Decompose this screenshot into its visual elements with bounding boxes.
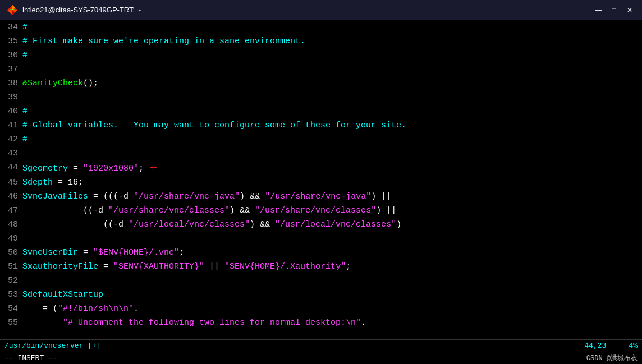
line-number-55: 55 bbox=[0, 316, 22, 330]
code-line-38: 38 &SanityCheck(); bbox=[0, 76, 642, 90]
code-line-43: 43 bbox=[0, 146, 642, 160]
status-right-group: 44,23 4% bbox=[584, 342, 638, 350]
minimize-button[interactable]: — bbox=[593, 4, 604, 16]
code-line-37: 37 bbox=[0, 62, 642, 76]
code-line-35: 35 # First make sure we're operating in … bbox=[0, 34, 642, 48]
maximize-button[interactable]: □ bbox=[608, 4, 620, 16]
line-content-50: $vncUserDir = "$ENV{HOME}/.vnc"; bbox=[22, 246, 642, 260]
line-content-36: # bbox=[22, 48, 642, 62]
line-number-38: 38 bbox=[0, 76, 22, 90]
line-content-37 bbox=[22, 62, 642, 76]
editor-area: 34 # 35 # First make sure we're operatin… bbox=[0, 20, 642, 339]
line-content-40: # bbox=[22, 104, 642, 118]
code-line-44: 44 $geometry = "1920x1080";← bbox=[0, 160, 642, 176]
line-content-34: # bbox=[22, 20, 642, 34]
line-number-34: 34 bbox=[0, 20, 22, 34]
code-line-41: 41 # Global variables. You may want to c… bbox=[0, 118, 642, 132]
line-content-45: $depth = 16; bbox=[22, 176, 642, 190]
line-content-49 bbox=[22, 232, 642, 246]
terminal-icon bbox=[7, 4, 18, 16]
line-number-46: 46 bbox=[0, 190, 22, 204]
code-line-42: 42 # bbox=[0, 132, 642, 146]
window-controls[interactable]: — □ ✕ bbox=[593, 4, 635, 16]
code-line-49: 49 bbox=[0, 232, 642, 246]
line-content-52 bbox=[22, 274, 642, 288]
line-number-41: 41 bbox=[0, 118, 22, 132]
line-content-54: = ("#!/bin/sh\n\n". bbox=[22, 302, 642, 316]
line-number-37: 37 bbox=[0, 62, 22, 76]
code-line-48: 48 ((-d "/usr/local/vnc/classes") && "/u… bbox=[0, 218, 642, 232]
code-line-46: 46 $vncJavaFiles = (((-d "/usr/share/vnc… bbox=[0, 190, 642, 204]
line-number-42: 42 bbox=[0, 132, 22, 146]
watermark: CSDN @洪城布衣 bbox=[586, 353, 638, 363]
code-line-45: 45 $depth = 16; bbox=[0, 176, 642, 190]
title-bar: intleo21@citaa-SYS-7049GP-TRT: ~ — □ ✕ bbox=[0, 0, 642, 20]
line-number-47: 47 bbox=[0, 204, 22, 218]
line-content-44: $geometry = "1920x1080";← bbox=[22, 160, 642, 176]
line-number-40: 40 bbox=[0, 104, 22, 118]
line-content-47: ((-d "/usr/share/vnc/classes") && "/usr/… bbox=[22, 204, 642, 218]
line-content-46: $vncJavaFiles = (((-d "/usr/share/vnc-ja… bbox=[22, 190, 642, 204]
scroll-percent: 4% bbox=[629, 342, 638, 350]
line-number-52: 52 bbox=[0, 274, 22, 288]
code-line-47: 47 ((-d "/usr/share/vnc/classes") && "/u… bbox=[0, 204, 642, 218]
line-number-53: 53 bbox=[0, 288, 22, 302]
code-line-34: 34 # bbox=[0, 20, 642, 34]
line-number-45: 45 bbox=[0, 176, 22, 190]
line-number-36: 36 bbox=[0, 48, 22, 62]
editor-mode: -- INSERT -- bbox=[4, 354, 57, 362]
line-number-50: 50 bbox=[0, 246, 22, 260]
file-path: /usr/bin/vncserver [+] bbox=[4, 342, 101, 350]
cursor-position: 44,23 bbox=[584, 342, 606, 350]
line-content-41: # Global variables. You may want to conf… bbox=[22, 118, 642, 132]
code-line-55: 55 "# Uncomment the following two lines … bbox=[0, 316, 642, 330]
mode-bar: -- INSERT -- CSDN @洪城布衣 bbox=[0, 352, 642, 364]
line-content-35: # First make sure we're operating in a s… bbox=[22, 34, 642, 48]
line-number-49: 49 bbox=[0, 232, 22, 246]
status-bar: /usr/bin/vncserver [+] 44,23 4% bbox=[0, 339, 642, 352]
code-line-36: 36 # bbox=[0, 48, 642, 62]
code-line-54: 54 = ("#!/bin/sh\n\n". bbox=[0, 302, 642, 316]
code-line-40: 40 # bbox=[0, 104, 642, 118]
line-content-43 bbox=[22, 146, 642, 160]
line-number-39: 39 bbox=[0, 90, 22, 104]
line-number-43: 43 bbox=[0, 146, 22, 160]
line-content-53: $defaultXStartup bbox=[22, 288, 642, 302]
line-content-55: "# Uncomment the following two lines for… bbox=[22, 316, 642, 330]
line-number-54: 54 bbox=[0, 302, 22, 316]
line-number-51: 51 bbox=[0, 260, 22, 274]
line-content-39 bbox=[22, 90, 642, 104]
code-line-52: 52 bbox=[0, 274, 642, 288]
line-number-44: 44 bbox=[0, 160, 22, 174]
code-line-53: 53 $defaultXStartup bbox=[0, 288, 642, 302]
code-line-51: 51 $xauthorityFile = "$ENV{XAUTHORITY}" … bbox=[0, 260, 642, 274]
code-line-39: 39 bbox=[0, 90, 642, 104]
line-content-51: $xauthorityFile = "$ENV{XAUTHORITY}" || … bbox=[22, 260, 642, 274]
code-line-50: 50 $vncUserDir = "$ENV{HOME}/.vnc"; bbox=[0, 246, 642, 260]
line-content-48: ((-d "/usr/local/vnc/classes") && "/usr/… bbox=[22, 218, 642, 232]
line-content-42: # bbox=[22, 132, 642, 146]
line-content-38: &SanityCheck(); bbox=[22, 76, 642, 90]
window-title: intleo21@citaa-SYS-7049GP-TRT: ~ bbox=[22, 6, 141, 14]
close-button[interactable]: ✕ bbox=[624, 4, 635, 16]
title-bar-left: intleo21@citaa-SYS-7049GP-TRT: ~ bbox=[7, 4, 141, 16]
line-number-48: 48 bbox=[0, 218, 22, 232]
line-number-35: 35 bbox=[0, 34, 22, 48]
